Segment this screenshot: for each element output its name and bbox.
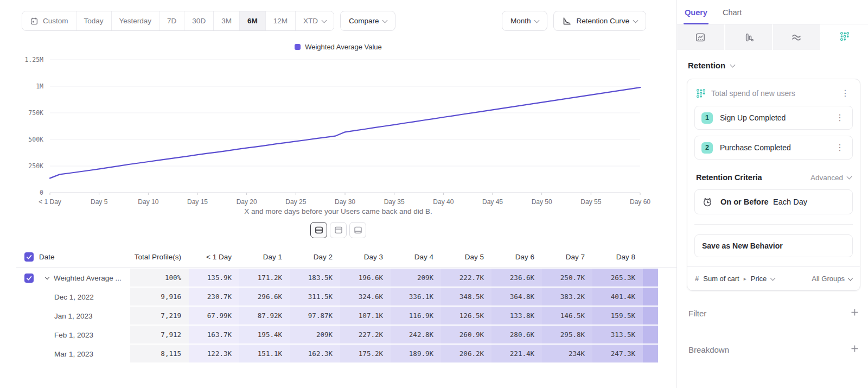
row-label-cell: Feb 1, 2023 [39, 326, 130, 345]
more-options-icon[interactable]: ⋮ [839, 89, 851, 98]
retention-cell: 209K [391, 269, 441, 288]
tab-query[interactable]: Query [685, 8, 707, 24]
save-behavior-button[interactable]: Save as New Behavior [694, 234, 853, 257]
main-content: CustomTodayYesterday7D30D3M6M12MXTD Comp… [0, 0, 677, 388]
metric-selector[interactable]: # Sum of cart ▸ Price [695, 275, 775, 283]
calendar-icon [30, 17, 39, 26]
retention-icon [840, 31, 850, 43]
retention-cell: 163.7K [189, 326, 239, 345]
retention-cell: 171.2K [239, 269, 290, 288]
retention-cell: 313.5K [592, 326, 643, 345]
retention-cell: 383.2K [542, 288, 592, 307]
retention-cell: 122.3K [189, 345, 239, 364]
row-checkbox-cell [16, 288, 39, 307]
metric-row: # Sum of cart ▸ Price All Groups [687, 266, 860, 290]
retention-cell: 116.9K [391, 307, 441, 326]
add-breakdown-icon[interactable] [851, 345, 859, 355]
behavior-card: Total spend of new users ⋮ 1Sign Up Comp… [687, 79, 860, 291]
total-profiles-cell: 7,219 [130, 307, 189, 326]
retention-cell: 265.3K [592, 269, 643, 288]
chevron-down-icon [534, 17, 540, 23]
behavior-title: Total spend of new users [711, 89, 834, 98]
table-row[interactable]: Weighted Average ...100%135.9K171.2K183.… [16, 269, 676, 288]
range-custom[interactable]: Custom [22, 11, 76, 30]
range-30d[interactable]: 30D [184, 11, 214, 30]
tab-retention[interactable] [821, 24, 868, 50]
retention-cell: 206.2K [441, 345, 492, 364]
row-checkbox-cell [16, 269, 39, 288]
checkbox[interactable] [24, 273, 34, 283]
range-7d[interactable]: 7D [159, 11, 184, 30]
date-label: Feb 1, 2023 [54, 331, 93, 339]
retention-cell: 146.5K [542, 307, 592, 326]
retention-criteria-label: Retention Criteria [696, 173, 762, 182]
table-row[interactable]: Mar 1, 20238,115122.3K151.1K162.3K175.2K… [16, 345, 676, 364]
retention-cell: 227.2K [340, 326, 391, 345]
svg-text:1.25M: 1.25M [24, 56, 43, 63]
retention-cell: 234K [542, 345, 592, 364]
retention-cell: 401.4K [592, 288, 643, 307]
layout-chart-view-button[interactable] [330, 222, 347, 238]
chevron-down-icon [848, 275, 853, 281]
table-row[interactable]: Jan 1, 20237,21967.99K87.92K97.87K107.1K… [16, 307, 676, 326]
range-6m[interactable]: 6M [240, 11, 266, 30]
svg-text:1M: 1M [36, 82, 43, 90]
report-type-dropdown[interactable]: Retention [687, 61, 860, 70]
add-filter-icon[interactable] [851, 308, 859, 319]
column-header: Day 1 [239, 247, 290, 267]
svg-text:Day 20: Day 20 [237, 198, 257, 206]
range-xtd[interactable]: XTD [296, 11, 334, 30]
filter-label: Filter [688, 309, 706, 318]
behavior-step[interactable]: 1Sign Up Completed⋮ [694, 106, 853, 130]
layout-table-view-button[interactable] [349, 222, 366, 238]
svg-text:500K: 500K [28, 136, 43, 143]
range-yesterday[interactable]: Yesterday [112, 11, 160, 30]
tab-insights[interactable] [677, 24, 725, 50]
compare-button[interactable]: Compare [340, 11, 396, 31]
alarm-clock-icon [702, 196, 713, 207]
column-header: Day 7 [542, 247, 592, 267]
range-12m[interactable]: 12M [266, 11, 296, 30]
svg-text:750K: 750K [28, 109, 43, 117]
more-options-icon[interactable]: ⋮ [834, 113, 846, 122]
select-all-cell [16, 247, 39, 267]
toolbar: CustomTodayYesterday7D30D3M6M12MXTD Comp… [0, 0, 676, 31]
flows-icon [791, 32, 802, 43]
more-options-icon[interactable]: ⋮ [834, 143, 846, 152]
svg-text:Day 55: Day 55 [580, 198, 601, 206]
tab-funnels[interactable] [725, 24, 774, 50]
day-9-partial-cell [643, 288, 658, 307]
report-type-tabs [677, 24, 868, 50]
behavior-card-body: Total spend of new users ⋮ 1Sign Up Comp… [687, 79, 860, 266]
chevron-down-icon[interactable] [45, 275, 49, 279]
retention-cell: 236.6K [492, 269, 542, 288]
behavior-step[interactable]: 2Purchase Completed⋮ [694, 136, 853, 160]
layout-split-view-button[interactable] [310, 222, 327, 238]
range-label: Today [84, 17, 104, 25]
checkbox[interactable] [24, 252, 34, 262]
groups-dropdown[interactable]: All Groups [812, 275, 852, 283]
retention-cell: 209K [290, 326, 340, 345]
advanced-dropdown[interactable]: Advanced [810, 174, 851, 182]
retention-table: DateTotal Profile(s)< 1 DayDay 1Day 2Day… [16, 247, 676, 364]
retention-cell: 162.3K [290, 345, 340, 364]
row-label-cell: Weighted Average ... [39, 269, 130, 288]
day-9-partial-cell [643, 307, 658, 326]
granularity-label: Month [510, 17, 531, 25]
timing-selector[interactable]: On or Before Each Day [694, 189, 853, 214]
filter-section[interactable]: Filter [687, 308, 860, 319]
column-header: Total Profile(s) [130, 247, 189, 267]
tab-chart[interactable]: Chart [723, 8, 742, 24]
chart-type-dropdown[interactable]: Retention Curve [553, 11, 646, 31]
range-today[interactable]: Today [76, 11, 112, 30]
breakdown-section[interactable]: Breakdown [687, 345, 860, 355]
chart-subtitle: X and more days before your Users came b… [0, 207, 676, 215]
compare-label: Compare [349, 17, 379, 25]
column-header: Day 6 [492, 247, 542, 267]
granularity-dropdown[interactable]: Month [502, 11, 548, 31]
table-row[interactable]: Dec 1, 20229,916230.7K296.6K311.5K324.6K… [16, 288, 676, 307]
range-label: 30D [192, 17, 206, 25]
table-row[interactable]: Feb 1, 20237,912163.7K195.4K209K227.2K24… [16, 326, 676, 345]
tab-flows[interactable] [773, 24, 821, 50]
range-3m[interactable]: 3M [214, 11, 240, 30]
